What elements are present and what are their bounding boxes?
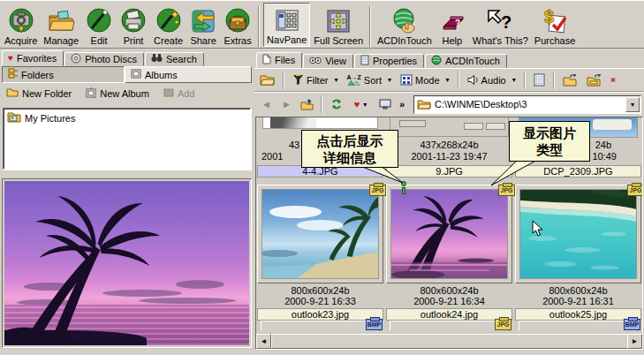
- thumbnail-partial: [262, 117, 378, 129]
- chevron-down-icon[interactable]: ▾: [334, 76, 337, 84]
- address-path: C:\WINME\Desktop\3: [435, 99, 622, 110]
- toolbar-label: NavPane: [267, 34, 307, 45]
- search-binoculars-icon: [151, 53, 163, 64]
- chevron-down-icon[interactable]: ▾: [512, 76, 516, 84]
- left-arrow-icon: ◄: [261, 337, 268, 345]
- thumbnail-partial-row[interactable]: BMP: [261, 321, 380, 331]
- file-name[interactable]: outlook24.jpg: [386, 308, 512, 321]
- scroll-left-button[interactable]: ◄: [256, 334, 271, 349]
- tab-view[interactable]: View: [303, 54, 353, 68]
- toolbar-label: ACDInTouch: [377, 35, 432, 46]
- thumbnail[interactable]: JPG: [257, 185, 383, 283]
- favorites-button[interactable]: ♥ ▾: [347, 96, 374, 113]
- help-button[interactable]: ? Help: [436, 3, 469, 47]
- file-name[interactable]: DCP_2309.JPG: [515, 165, 641, 178]
- scroll-right-button[interactable]: ►: [627, 334, 642, 349]
- refresh-icon: [330, 98, 343, 110]
- sort-button[interactable]: A→Z Sort ▾: [343, 72, 395, 87]
- toolbar-separator: [258, 6, 260, 47]
- toolbar-label: Manage: [43, 35, 79, 46]
- file-pane-tabs: Files View Properties ACDInTouch: [254, 49, 644, 68]
- file-cell-outlook24[interactable]: JPG 800x600x24b 2000-9-21 16:34 outlook2…: [386, 185, 512, 321]
- thumbnail-partial-row[interactable]: BMP: [519, 321, 638, 331]
- file-info-date: 2001-11-23 19:47: [386, 151, 512, 162]
- create-button[interactable]: Create: [151, 3, 186, 47]
- tree-item-my-pictures[interactable]: My Pictures: [7, 111, 246, 125]
- forward-button[interactable]: ►: [277, 96, 296, 113]
- refresh-button[interactable]: [327, 96, 345, 113]
- address-combobox[interactable]: C:\WINME\Desktop\3 ▾: [413, 95, 641, 114]
- thumbnail[interactable]: JPG: [386, 185, 512, 283]
- tab-files[interactable]: Files: [256, 52, 302, 68]
- new-album-icon: [86, 87, 96, 100]
- whats-this-button[interactable]: ? What's This?: [470, 3, 531, 47]
- desktop-button[interactable]: [375, 96, 394, 113]
- mode-button[interactable]: Mode ▾: [397, 72, 453, 87]
- navpane-button[interactable]: NavPane: [263, 3, 310, 47]
- tab-folders[interactable]: Folders: [2, 66, 125, 83]
- folders-tree-icon: [8, 68, 18, 81]
- full-screen-button[interactable]: Full Screen: [311, 3, 366, 47]
- thumbnail-image-outlook23: [261, 189, 379, 279]
- up-folder-button[interactable]: [298, 96, 316, 113]
- edit-button[interactable]: Edit: [82, 3, 116, 47]
- acquire-button[interactable]: Acquire: [2, 3, 40, 47]
- toolbar-label: Help: [442, 35, 462, 46]
- share-arrows-icon: [189, 6, 217, 35]
- back-button[interactable]: ◄: [257, 96, 276, 113]
- callout-text: 显示图片: [523, 125, 576, 141]
- toolbar-separator: [283, 72, 284, 89]
- acdintouch-button[interactable]: ACDInTouch: [375, 3, 435, 47]
- folder-tree[interactable]: My Pictures: [3, 108, 251, 170]
- tab-albums[interactable]: Albums: [125, 66, 252, 83]
- extras-chest-icon: [224, 6, 252, 35]
- horizontal-scrollbar[interactable]: ◄ ►: [256, 334, 642, 349]
- new-folder-icon: [6, 87, 19, 99]
- share-button[interactable]: Share: [186, 3, 220, 47]
- add-button[interactable]: Add: [161, 87, 198, 101]
- mode-grid-icon: [400, 74, 413, 86]
- preview-image[interactable]: [4, 181, 249, 345]
- file-name[interactable]: outlook25.jpg: [515, 308, 641, 321]
- up-folder-icon: [300, 99, 314, 110]
- tab-acdintouch[interactable]: ACDInTouch: [425, 54, 507, 68]
- new-folder-button[interactable]: New Folder: [4, 86, 74, 101]
- create-wand-icon: [155, 6, 183, 35]
- tab-favorites[interactable]: ♥ Favorites: [2, 50, 64, 66]
- move-to-folder-button[interactable]: [559, 72, 581, 88]
- extras-button[interactable]: Extras: [221, 3, 254, 47]
- heart-icon: ♥: [354, 99, 360, 110]
- manage-button[interactable]: Manage: [41, 3, 81, 47]
- open-folder-button[interactable]: [256, 72, 278, 87]
- info-icon[interactable]: [399, 181, 408, 194]
- address-dropdown-button[interactable]: ▾: [625, 97, 640, 112]
- thumbnail-partial-row[interactable]: JPG: [390, 321, 509, 331]
- toolbar-separator: [524, 72, 526, 89]
- copy-to-folder-button[interactable]: [583, 72, 605, 88]
- toolbar-overflow-chevron[interactable]: »: [396, 96, 408, 113]
- print-button[interactable]: Print: [117, 3, 150, 47]
- globe-icon: [431, 55, 442, 67]
- file-name[interactable]: 9.JPG: [386, 165, 512, 178]
- thumbnail-browser: 43 2001 4-4.JPG 437x268x24b 2001-11-23 1…: [255, 117, 643, 350]
- chevron-down-icon[interactable]: ▾: [388, 76, 391, 84]
- toolbar-label: Create: [154, 35, 183, 46]
- palm-silhouette: [4, 181, 249, 345]
- tab-search[interactable]: Search: [145, 52, 204, 66]
- folder-actions-row: New Folder New Album Add: [0, 83, 254, 103]
- album-icon: [131, 69, 141, 80]
- delete-button-partial[interactable]: [607, 72, 619, 87]
- new-album-button[interactable]: New Album: [83, 86, 152, 102]
- fullscreen-icon: [325, 6, 352, 35]
- scrollbar-thumb[interactable]: [271, 334, 630, 349]
- chevron-down-icon[interactable]: ▾: [446, 76, 450, 84]
- properties-button[interactable]: [530, 72, 549, 88]
- file-cell-outlook25[interactable]: JPG 800x600x24b 2000-9-21 16:31 outlook2…: [515, 185, 641, 321]
- purchase-button[interactable]: $ Purchase: [532, 3, 578, 47]
- tab-properties[interactable]: Properties: [354, 54, 424, 68]
- tab-photo-discs[interactable]: Photo Discs: [64, 52, 144, 66]
- file-name[interactable]: outlook23.jpg: [257, 308, 383, 321]
- file-cell-outlook23[interactable]: JPG 800x600x24b 2000-9-21 16:33 outlook2…: [257, 185, 383, 321]
- audio-button[interactable]: Audio ▾: [464, 72, 519, 87]
- filter-button[interactable]: Filter ▾: [289, 72, 341, 87]
